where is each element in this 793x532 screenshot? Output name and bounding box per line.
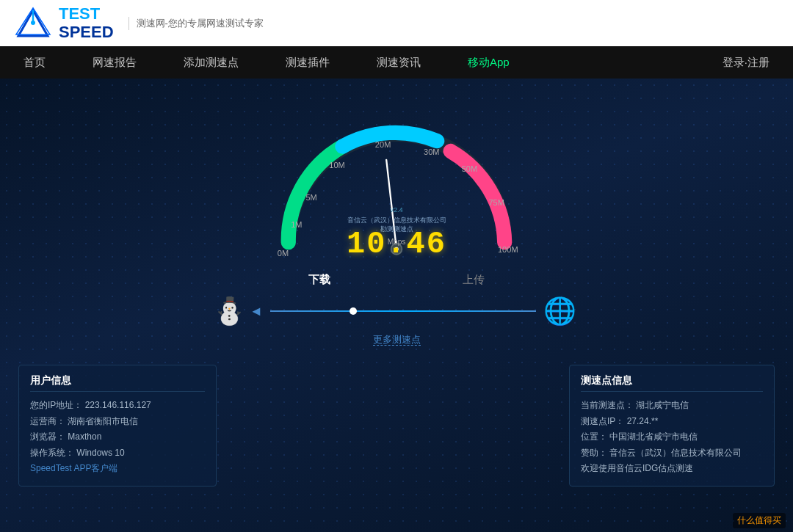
server-welcome-text: 欢迎使用音信云IDG估点测速: [581, 463, 693, 473]
bottom-area: 用户信息 您的IP地址： 223.146.116.127 运营商： 湖南省衡阳市…: [0, 354, 793, 498]
speed-labels: 下载 上传: [308, 273, 485, 287]
download-label: 下载: [308, 273, 330, 287]
user-isp-value: 湖南省衡阳市电信: [68, 416, 138, 426]
server-info-box: 测速点信息 当前测速点： 湖北咸宁电信 测速点IP： 27.24.** 位置： …: [569, 365, 775, 487]
user-browser-row: 浏览器： Maxthon: [30, 429, 205, 445]
svg-point-3: [31, 21, 35, 25]
speed-display: 10.46: [347, 227, 446, 262]
server-info-title: 测速点信息: [581, 374, 763, 392]
user-isp-label: 运营商：: [30, 416, 65, 426]
svg-text:100M: 100M: [498, 245, 518, 254]
person-icon: ⛄: [213, 296, 246, 327]
header: TEST SPEED 测速网-您的专属网速测试专家: [0, 0, 793, 46]
svg-text:v2.4: v2.4: [390, 206, 402, 214]
svg-text:0M: 0M: [278, 249, 289, 258]
server-ip-label: 测速点IP：: [581, 416, 624, 426]
nav-plugin[interactable]: 测速插件: [262, 46, 353, 79]
server-sponsor-label: 赞助：: [581, 448, 607, 458]
logo-area: TEST SPEED 测速网-您的专属网速测试专家: [15, 5, 264, 40]
server-location-row: 位置： 中国湖北省咸宁市电信: [581, 429, 763, 445]
navigation: 首页 网速报告 添加测速点 测速插件 测速资讯 移动App 登录·注册: [0, 46, 793, 79]
server-current-label: 当前测速点：: [581, 400, 634, 410]
user-ip-row: 您的IP地址： 223.146.116.127: [30, 398, 205, 414]
server-current-row: 当前测速点： 湖北咸宁电信: [581, 398, 763, 414]
svg-text:50M: 50M: [462, 164, 477, 173]
server-current-value: 湖北咸宁电信: [636, 400, 689, 410]
svg-text:5M: 5M: [305, 193, 316, 202]
more-servers-link[interactable]: 更多测速点: [373, 334, 421, 346]
nav-home[interactable]: 首页: [0, 46, 69, 79]
svg-text:1M: 1M: [291, 220, 302, 229]
logo-icon: [15, 7, 51, 40]
nav-news[interactable]: 测速资讯: [353, 46, 444, 79]
speed-value: 10.46: [347, 227, 446, 262]
server-location-value: 中国湖北省咸宁市电信: [609, 431, 698, 442]
user-browser-label: 浏览器：: [30, 431, 65, 442]
server-welcome-row: 欢迎使用音信云IDG估点测速: [581, 461, 763, 477]
user-ip-label: 您的IP地址：: [30, 400, 82, 410]
user-isp-row: 运营商： 湖南省衡阳市电信: [30, 414, 205, 430]
svg-text:音信云（武汉）信息技术有限公司: 音信云（武汉）信息技术有限公司: [347, 216, 446, 224]
user-app-label: SpeedTest APP客户端: [30, 463, 117, 473]
user-info-title: 用户信息: [30, 374, 205, 392]
svg-text:20M: 20M: [375, 140, 391, 149]
user-info-box: 用户信息 您的IP地址： 223.146.116.127 运营商： 湖南省衡阳市…: [18, 365, 217, 487]
user-os-value: Windows 10: [76, 448, 124, 458]
server-ip-row: 测速点IP： 27.24.**: [581, 414, 763, 430]
svg-text:10M: 10M: [329, 161, 344, 170]
gauge-wrapper: 0M 1M 5M 10M 20M 30M 50M 75M 100M: [257, 101, 536, 269]
main-content: 0M 1M 5M 10M 20M 30M 50M 75M 100M: [0, 79, 793, 532]
user-browser-value: Maxthon: [68, 431, 101, 442]
user-os-label: 操作系统：: [30, 448, 74, 458]
user-ip-value: 223.146.116.127: [85, 400, 151, 410]
nav-add-point[interactable]: 添加测速点: [160, 46, 262, 79]
nav-mobile-app[interactable]: 移动App: [444, 46, 533, 79]
logo-subtitle: 测速网-您的专属网速测试专家: [128, 17, 264, 30]
user-os-row: 操作系统： Windows 10: [30, 445, 205, 462]
speedometer-container: 0M 1M 5M 10M 20M 30M 50M 75M 100M: [0, 79, 793, 346]
upload-label: 上传: [463, 273, 485, 287]
arrow-left-icon: ◄: [250, 304, 263, 319]
nav-report[interactable]: 网速报告: [69, 46, 160, 79]
user-app-row: SpeedTest APP客户端: [30, 461, 205, 477]
watermark: 什么值得买: [733, 513, 786, 528]
logo-text: TEST SPEED: [59, 5, 114, 40]
server-sponsor-value: 音信云（武汉）信息技术有限公司: [609, 448, 742, 458]
server-ip-value: 27.24.**: [627, 416, 659, 426]
svg-text:75M: 75M: [488, 198, 504, 207]
nav-login[interactable]: 登录·注册: [699, 46, 793, 79]
globe-icon: 🌐: [543, 296, 576, 327]
server-location-label: 位置：: [581, 431, 607, 442]
svg-text:30M: 30M: [424, 147, 439, 156]
server-sponsor-row: 赞助： 音信云（武汉）信息技术有限公司: [581, 445, 763, 462]
